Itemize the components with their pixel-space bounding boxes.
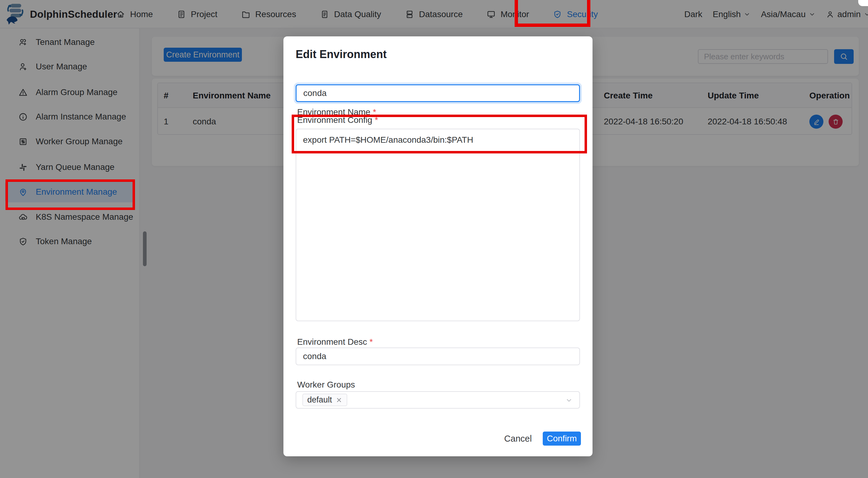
worker-groups-label: Worker Groups	[297, 380, 355, 390]
environment-name-input[interactable]	[296, 84, 580, 102]
edit-environment-dialog: Edit Environment Environment Name* Envir…	[283, 36, 592, 456]
confirm-button[interactable]: Confirm	[543, 431, 581, 446]
environment-desc-input[interactable]	[296, 348, 580, 365]
chevron-down-icon	[565, 397, 573, 404]
dialog-title: Edit Environment	[296, 48, 387, 61]
required-asterisk: *	[370, 337, 373, 347]
environment-config-label: Environment Config*	[297, 115, 378, 125]
required-asterisk: *	[375, 115, 378, 125]
worker-groups-select[interactable]: default	[296, 391, 580, 409]
environment-desc-label: Environment Desc*	[297, 337, 373, 347]
cancel-button[interactable]: Cancel	[503, 431, 533, 446]
corner-popup-fragment	[858, 0, 868, 6]
environment-config-textarea[interactable]: export PATH=$HOME/anaconda3/bin:$PATH	[296, 129, 580, 321]
worker-group-tag: default	[302, 394, 347, 406]
remove-tag-icon[interactable]	[336, 397, 342, 404]
